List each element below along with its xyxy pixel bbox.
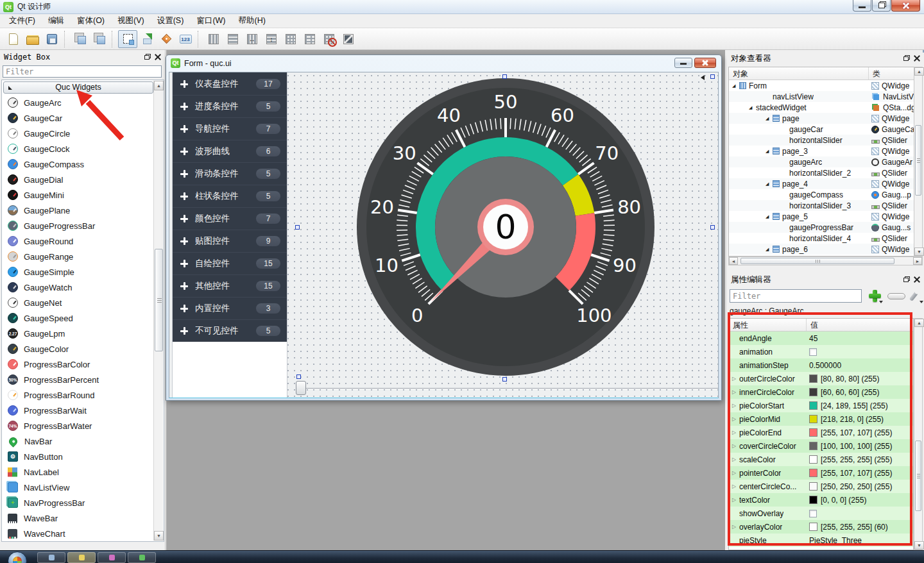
expand-arrow-icon[interactable]: ◢ (749, 105, 756, 110)
property-value[interactable]: [100, 100, 100] (255) (809, 439, 892, 453)
property-row-pieColorEnd[interactable]: ▷pieColorEnd[255, 107, 107] (255) (729, 426, 913, 439)
widget-item-gaugecolor[interactable]: GaugeColor (3, 341, 153, 357)
nav-list-item[interactable]: 导航控件7 (173, 117, 287, 140)
tree-row-page_3[interactable]: ◢page_3QWidge (729, 146, 922, 156)
add-dynamic-property-button[interactable] (867, 289, 884, 304)
property-value[interactable]: [24, 189, 155] (255) (809, 399, 888, 412)
scrollbar-handle[interactable] (915, 441, 921, 511)
scroll-down-icon[interactable]: ▼ (914, 541, 924, 550)
expand-arrow-icon[interactable]: ▷ (729, 457, 739, 462)
menu-item[interactable]: 视图(V) (111, 13, 151, 28)
splitter-vertical-button[interactable] (262, 30, 281, 48)
nav-list-item[interactable]: 贴图控件9 (173, 230, 287, 252)
expand-arrow-icon[interactable]: ◢ (732, 83, 739, 88)
widget-item-gaugecompass[interactable]: GaugeCompass (3, 156, 153, 172)
edit-widgets-button[interactable] (118, 30, 137, 48)
tree-row-page_6[interactable]: ◢page_6QWidge (729, 244, 922, 255)
tree-row-gaugeArc[interactable]: gaugeArcGaugeAr (729, 156, 922, 167)
nav-list-item[interactable]: 波形曲线6 (173, 140, 287, 162)
property-row-pieStyle[interactable]: pieStylePieStyle_Three (729, 534, 913, 547)
scroll-left-icon[interactable]: ◄ (729, 257, 738, 265)
expand-arrow-icon[interactable]: ▷ (729, 403, 739, 408)
tree-row-gaugeProgressBar[interactable]: gaugeProgressBarGaug...s (729, 222, 922, 233)
tree-row-navListView[interactable]: navListViewNavListV (729, 91, 922, 102)
widget-item-progressbarpercent[interactable]: 50%ProgressBarPercent (3, 372, 153, 387)
widget-box-filter-input[interactable] (3, 65, 162, 78)
property-row-centerCircleCo[interactable]: ▷centerCircleCo...[250, 250, 250] (255) (729, 480, 913, 493)
layout-grid-button[interactable] (281, 30, 300, 48)
scroll-right-icon[interactable]: ► (913, 257, 922, 265)
scroll-down-icon[interactable]: ▼ (154, 531, 164, 541)
selection-handle-top-right[interactable] (710, 74, 715, 79)
horizontal-slider[interactable] (305, 388, 719, 389)
selection-handle-right[interactable] (710, 225, 715, 230)
tree-row-horizontalSlider_2[interactable]: horizontalSlider_2QSlider (729, 167, 922, 178)
form-canvas[interactable]: 仪表盘控件17进度条控件5导航控件7波形曲线6滑动条控件5柱状条控件5颜色控件7… (169, 72, 719, 398)
object-tree-hscrollbar[interactable]: ◄ ► (728, 256, 923, 265)
dock-float-icon[interactable] (903, 56, 909, 61)
taskbar-app-3[interactable] (98, 552, 126, 563)
widget-item-navbutton[interactable]: ⚙NavButton (3, 449, 153, 464)
widget-item-navbar[interactable]: NavBar (3, 433, 153, 449)
property-value[interactable]: 45 (809, 332, 817, 345)
widget-item-gaugedial[interactable]: GaugeDial (3, 172, 153, 187)
tree-row-page_4[interactable]: ◢page_4QWidge (729, 178, 922, 189)
expand-arrow-icon[interactable]: ▷ (729, 470, 739, 476)
column-header-property[interactable]: 属性 (729, 319, 807, 331)
expand-arrow-icon[interactable]: ◢ (766, 214, 773, 219)
widget-item-progressbarwater[interactable]: 74%ProgressBarWater (3, 418, 153, 433)
adjust-size-button[interactable] (339, 30, 358, 48)
expand-arrow-icon[interactable]: ▷ (729, 483, 739, 489)
menu-item[interactable]: 帮助(H) (232, 13, 272, 28)
property-value[interactable]: 0.500000 (809, 358, 841, 372)
nav-list-item[interactable]: 内置控件3 (173, 297, 287, 319)
dock-float-icon[interactable] (144, 55, 150, 60)
scrollbar-handle[interactable] (740, 258, 894, 264)
expand-arrow-icon[interactable]: ▷ (729, 416, 739, 422)
splitter-horizontal-button[interactable] (243, 30, 262, 48)
nav-list-item[interactable]: 进度条控件5 (173, 95, 287, 117)
layout-horizontal-button[interactable] (223, 30, 243, 48)
dock-close-icon[interactable] (155, 54, 161, 60)
nav-list-item[interactable]: 柱状条控件5 (173, 185, 287, 207)
property-row-pointerColor[interactable]: ▷pointerColor[255, 107, 107] (255) (729, 466, 913, 480)
form-minimize-button[interactable] (674, 58, 692, 68)
nav-list-item[interactable]: 自绘控件15 (173, 252, 287, 274)
widget-item-gaugearc[interactable]: GaugeArc (3, 95, 153, 110)
close-button[interactable] (891, 0, 920, 12)
widget-list-scrollbar[interactable]: ▲ ▼ (153, 81, 163, 541)
property-row-coverCircleColor[interactable]: ▷coverCircleColor[100, 100, 100] (255) (729, 439, 913, 453)
save-button[interactable] (42, 30, 62, 48)
expand-arrow-icon[interactable]: ▷ (729, 524, 739, 530)
widget-item-gaugeplane[interactable]: GaugePlane (3, 203, 153, 218)
nav-list-item[interactable]: 其他控件15 (173, 274, 287, 297)
widget-item-gaugesimple[interactable]: GaugeSimple (3, 264, 153, 280)
checkbox-unchecked[interactable] (809, 510, 817, 517)
property-value[interactable]: [80, 80, 80] (255) (809, 372, 879, 385)
tree-row-gaugeCompass[interactable]: gaugeCompassGaug...p (729, 189, 922, 200)
property-table-scrollbar[interactable]: ▲ ▼ (914, 318, 923, 550)
object-tree-vscrollbar[interactable]: ▲ ▼ (914, 67, 923, 256)
widget-item-gaugeclock[interactable]: GaugeClock (3, 141, 153, 156)
scroll-up-icon[interactable]: ▲ (914, 67, 924, 76)
property-value[interactable]: [255, 107, 107] (255) (809, 426, 892, 439)
menu-item[interactable]: 窗口(W) (190, 13, 232, 28)
tree-row-horizontalSlider_3[interactable]: horizontalSlider_3QSlider (729, 200, 922, 211)
form-close-button[interactable] (694, 58, 716, 68)
widget-item-navprogressbar[interactable]: +NavProgressBar (3, 495, 153, 510)
widget-item-gaugelpm[interactable]: 2.27GaugeLpm (3, 326, 153, 341)
checkbox-unchecked[interactable] (809, 348, 817, 356)
widget-item-gaugenet[interactable]: GaugeNet (3, 295, 153, 310)
property-row-textColor[interactable]: ▷textColor[0, 0, 0] (255) (729, 493, 913, 507)
expand-arrow-icon[interactable]: ◢ (766, 116, 773, 121)
widget-item-progressbarwait[interactable]: ProgressBarWait (3, 403, 153, 418)
tab-order-button[interactable]: 123 (176, 30, 195, 48)
menu-item[interactable]: 窗体(O) (71, 13, 111, 28)
tree-row-page[interactable]: ◢pageQWidge (729, 113, 922, 124)
start-button[interactable] (8, 551, 27, 563)
widget-item-gaugespeed[interactable]: GaugeSpeed (3, 310, 153, 326)
menu-item[interactable]: 设置(S) (151, 13, 191, 28)
nav-list-item[interactable]: 颜色控件7 (173, 207, 287, 230)
widget-item-navlistview[interactable]: NavListView (3, 480, 153, 495)
property-value[interactable]: [255, 255, 255] (255) (809, 453, 892, 466)
